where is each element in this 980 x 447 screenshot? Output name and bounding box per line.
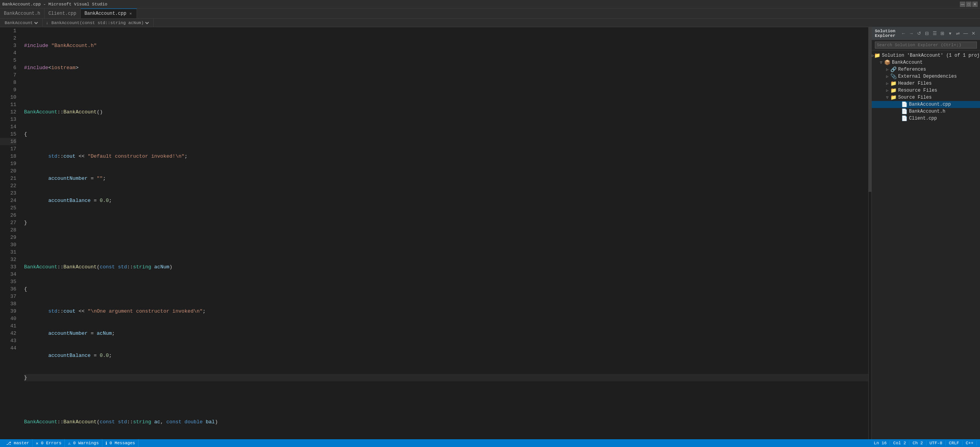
status-language[interactable]: C++	[963, 441, 977, 445]
line-num-22: 22	[0, 182, 16, 190]
line-num-11: 11	[0, 101, 16, 108]
tab-label-bankaccounth: BankAccount.h	[4, 11, 40, 16]
line-num-6: 6	[0, 64, 16, 71]
se-forward-button[interactable]: →	[908, 30, 915, 37]
se-title: Solution Explorer	[875, 29, 900, 38]
tree-client-cpp[interactable]: 📄 Client.cpp	[872, 115, 980, 122]
line-num-8: 8	[0, 79, 16, 86]
line-num-2: 2	[0, 35, 16, 42]
code-container[interactable]: 1 2 3 4 5 6 7 8 9 10 11 12 13 14 15 16 1…	[0, 27, 871, 439]
expand-external-deps-icon: ▷	[884, 74, 890, 79]
status-errors[interactable]: ✕ 0 Errors	[33, 439, 65, 447]
code-line-3	[24, 86, 868, 94]
line-num-18: 18	[0, 153, 16, 160]
maximize-button[interactable]: □	[966, 2, 971, 7]
status-right: Ln 16 Col 2 Ch 2 UTF-8 CRLF C++	[871, 441, 977, 445]
external-deps-label: External Dependencies	[898, 74, 957, 79]
external-deps-icon: 📎	[890, 73, 897, 80]
tree-source-files[interactable]: ▽ 📁 Source Files	[872, 94, 980, 101]
window-controls: — □ ✕	[960, 2, 978, 7]
minimap-thumb[interactable]	[869, 27, 871, 192]
se-close-button[interactable]: ✕	[970, 30, 977, 37]
tab-label-clientcpp: Client.cpp	[48, 11, 76, 16]
status-branch[interactable]: ⎇ master	[3, 439, 33, 447]
tree-project[interactable]: ▽ 📦 BankAccount	[872, 59, 980, 66]
code-line-12: {	[24, 285, 868, 293]
solution-icon: 📁	[874, 52, 880, 59]
class-dropdown[interactable]: BankAccount	[3, 20, 39, 26]
minimize-button[interactable]: —	[960, 2, 965, 7]
col-label: Col 2	[893, 441, 906, 445]
references-icon: 🔗	[890, 66, 897, 73]
line-num-21: 21	[0, 175, 16, 182]
error-icon: ✕	[36, 441, 38, 446]
se-refresh-button[interactable]: ↺	[916, 30, 923, 37]
status-encoding[interactable]: UTF-8	[926, 441, 946, 445]
line-endings-label: CRLF	[949, 441, 959, 445]
se-header: Solution Explorer ← → ↺ ⊟ ☰ ⊞ ▾ ⇌ — ✕	[872, 27, 980, 40]
h-file-icon: 📄	[901, 108, 907, 115]
line-num-14: 14	[0, 123, 16, 130]
se-search	[872, 40, 980, 50]
se-collapse-button[interactable]: ⊟	[923, 30, 930, 37]
se-search-input[interactable]	[875, 42, 977, 49]
line-num-28: 28	[0, 226, 16, 234]
close-button[interactable]: ✕	[972, 2, 978, 7]
tree-external-deps[interactable]: ▷ 📎 External Dependencies	[872, 73, 980, 80]
expand-project-icon: ▽	[878, 60, 884, 65]
se-minimize-button[interactable]: —	[962, 30, 969, 37]
line-num-31: 31	[0, 249, 16, 256]
editor-area: 1 2 3 4 5 6 7 8 9 10 11 12 13 14 15 16 1…	[0, 27, 871, 439]
tree-header-files[interactable]: ▷ 📁 Header Files	[872, 80, 980, 87]
code-line-18: BankAccount::BankAccount(const std::stri…	[24, 418, 868, 426]
line-num-10: 10	[0, 94, 16, 101]
line-num-1: 1	[0, 27, 16, 35]
ch-label: Ch 2	[912, 441, 923, 445]
project-label: BankAccount	[892, 60, 923, 65]
title-bar: BankAccount.cpp - Microsoft Visual Studi…	[0, 0, 980, 9]
client-cpp-file-icon: 📄	[901, 115, 907, 122]
tree-references[interactable]: ▷ 🔗 References	[872, 66, 980, 73]
se-preview-button[interactable]: ⊞	[939, 30, 946, 37]
line-num-34: 34	[0, 271, 16, 278]
status-messages[interactable]: ℹ 0 Messages	[102, 439, 139, 447]
line-num-20: 20	[0, 167, 16, 175]
resource-files-icon: 📁	[890, 87, 897, 94]
status-line-endings[interactable]: CRLF	[946, 441, 963, 445]
se-back-button[interactable]: ←	[900, 30, 907, 37]
line-num-4: 4	[0, 49, 16, 57]
tree-solution[interactable]: ▷ 📁 Solution 'BankAccount' (1 of 1 proje…	[872, 52, 980, 59]
se-sync-button[interactable]: ⇌	[954, 30, 961, 37]
method-dropdown[interactable]: BankAccount(const std::string acNum)	[50, 20, 150, 26]
resource-files-label: Resource Files	[898, 88, 937, 93]
se-filter-button[interactable]: ▾	[947, 30, 954, 37]
tree-resource-files[interactable]: ▷ 📁 Resource Files	[872, 87, 980, 94]
line-num-32: 32	[0, 256, 16, 263]
references-label: References	[898, 67, 926, 72]
message-count: 0 Messages	[109, 441, 135, 445]
code-line-2: #include<iostream>	[24, 64, 868, 71]
se-tree: ▷ 📁 Solution 'BankAccount' (1 of 1 proje…	[872, 50, 980, 439]
tree-bankaccount-cpp[interactable]: 📄 BankAccount.cpp	[872, 101, 980, 108]
line-num-33: 33	[0, 263, 16, 271]
code-line-4: BankAccount::BankAccount()	[24, 108, 868, 116]
tab-clientcpp[interactable]: Client.cpp	[45, 9, 81, 18]
client-cpp-label: Client.cpp	[909, 116, 937, 121]
se-properties-button[interactable]: ☰	[931, 30, 938, 37]
tree-bankaccount-h[interactable]: 📄 BankAccount.h	[872, 108, 980, 115]
se-toolbar: ← → ↺ ⊟ ☰ ⊞ ▾ ⇌ — ✕	[900, 30, 977, 37]
warning-count: 0 Warnings	[73, 441, 99, 445]
source-files-icon: 📁	[890, 94, 897, 101]
tab-bankaccounth[interactable]: BankAccount.h	[0, 9, 45, 18]
expand-references-icon: ▷	[884, 67, 890, 72]
code-line-10	[24, 241, 868, 249]
line-num-42: 42	[0, 330, 16, 337]
tab-bankaccountcpp[interactable]: BankAccount.cpp ✕	[81, 9, 137, 18]
solution-explorer: Solution Explorer ← → ↺ ⊟ ☰ ⊞ ▾ ⇌ — ✕ ▷	[871, 27, 980, 439]
code-line-14: accountNumber = acNum;	[24, 330, 868, 337]
status-warnings[interactable]: ⚠ 0 Warnings	[65, 439, 102, 447]
code-content[interactable]: #include "BankAccount.h" #include<iostre…	[19, 27, 868, 439]
line-num-16: 16	[0, 138, 16, 145]
tab-close-bankaccountcpp[interactable]: ✕	[129, 11, 133, 16]
line-num-24: 24	[0, 197, 16, 204]
